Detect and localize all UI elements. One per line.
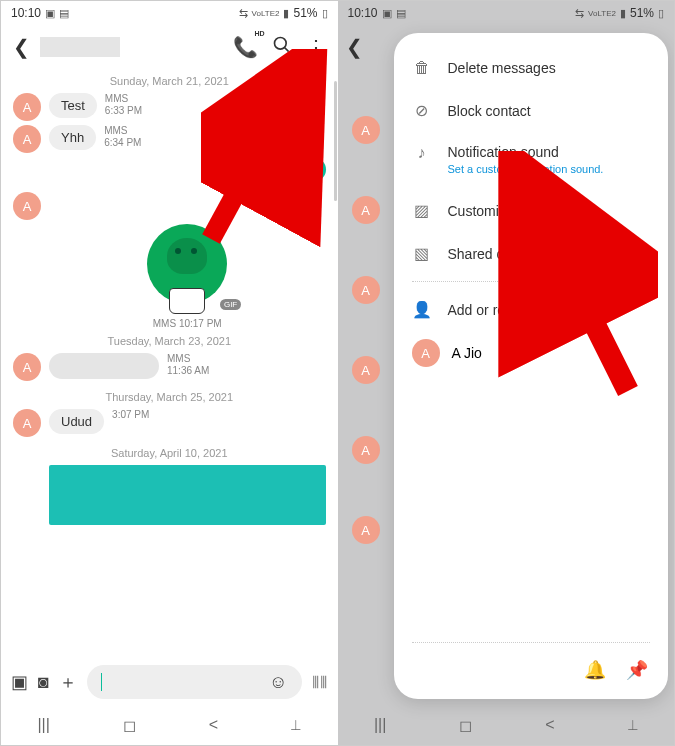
plus-icon[interactable]: ＋ bbox=[59, 670, 77, 694]
back-button[interactable]: < bbox=[209, 716, 218, 734]
avatar: A bbox=[352, 276, 380, 304]
android-navbar: ||| ◻ < ⟂ bbox=[1, 705, 338, 745]
sticker-icon[interactable]: ☺ bbox=[269, 672, 287, 693]
gallery-icon[interactable]: ▣ bbox=[11, 671, 28, 693]
divider bbox=[412, 642, 651, 643]
avatar[interactable]: A bbox=[13, 409, 41, 437]
gif-image[interactable]: GIF bbox=[147, 224, 227, 304]
avatar: A bbox=[352, 516, 380, 544]
date-divider: Tuesday, March 23, 2021 bbox=[13, 329, 326, 353]
avatar: A bbox=[352, 196, 380, 224]
music-note-icon: ♪ bbox=[412, 144, 432, 162]
status-icon: ▤ bbox=[59, 7, 69, 20]
status-time: 10:10 bbox=[348, 6, 378, 20]
menu-item-shared-content[interactable]: ▧ Shared content 1 bbox=[394, 232, 669, 275]
home-button[interactable]: ◻ bbox=[123, 716, 136, 735]
call-icon[interactable]: 📞HD bbox=[229, 31, 262, 63]
date-divider: Sunday, March 21, 2021 bbox=[13, 69, 326, 93]
avatar[interactable]: A bbox=[13, 353, 41, 381]
volte-label: VoLTE2 bbox=[252, 9, 280, 18]
gif-message[interactable]: GIF MMS 10:17 PM bbox=[49, 224, 326, 329]
volte-label: VoLTE2 bbox=[588, 9, 616, 18]
status-bar: 10:10 ▣ ▤ ⇆ VoLTE2 ▮ 51% ▯ bbox=[1, 1, 338, 25]
recents-button[interactable]: ||| bbox=[374, 716, 386, 734]
menu-item-notification-sound[interactable]: ♪ Notification sound Set a custom notifi… bbox=[394, 132, 669, 189]
avatar[interactable]: A bbox=[13, 125, 41, 153]
back-icon[interactable]: ❮ bbox=[346, 35, 363, 59]
pin-icon[interactable]: 📌 bbox=[626, 659, 648, 681]
avatar: A bbox=[352, 356, 380, 384]
avatar[interactable]: A bbox=[13, 192, 41, 220]
message-meta: MMS 10:17 PM bbox=[153, 318, 222, 329]
menu-item-block[interactable]: ⊘ Block contact bbox=[394, 89, 669, 132]
contact-row[interactable]: A A Jio bbox=[394, 331, 669, 375]
chat-body[interactable]: Sunday, March 21, 2021 A Test MMS 6:33 P… bbox=[1, 69, 338, 659]
battery-pct: 51% bbox=[293, 6, 317, 20]
avatar: A bbox=[352, 116, 380, 144]
message-bubble[interactable]: Udud bbox=[49, 409, 104, 434]
menu-sublabel: Set a custom notification sound. bbox=[448, 163, 604, 175]
bell-icon[interactable]: 🔔 bbox=[584, 659, 606, 681]
gif-badge: GIF bbox=[220, 299, 241, 310]
back-icon[interactable]: ❮ bbox=[9, 31, 34, 63]
avatar[interactable]: A bbox=[13, 93, 41, 121]
gallery-icon: ▧ bbox=[412, 244, 432, 263]
avatar[interactable]: A bbox=[412, 339, 440, 367]
battery-icon: ▯ bbox=[658, 7, 664, 20]
signal-icon: ▮ bbox=[620, 7, 626, 20]
battery-pct: 51% bbox=[630, 6, 654, 20]
message-row[interactable]: A Udud 3:07 PM bbox=[13, 409, 326, 437]
message-bubble[interactable]: Hey bbox=[278, 157, 325, 182]
back-button[interactable]: < bbox=[545, 716, 554, 734]
accessibility-button[interactable]: ⟂ bbox=[628, 716, 638, 734]
person-icon: 👤 bbox=[412, 300, 432, 319]
media-redacted[interactable] bbox=[49, 465, 326, 525]
message-row[interactable]: A bbox=[13, 192, 326, 220]
recents-button[interactable]: ||| bbox=[37, 716, 49, 734]
message-row[interactable]: A Yhh MMS 6:34 PM bbox=[13, 125, 326, 153]
contact-name: A Jio bbox=[452, 345, 482, 361]
contact-name-redacted[interactable] bbox=[40, 37, 120, 57]
status-icon: ▣ bbox=[382, 7, 392, 20]
signal-icon: ▮ bbox=[283, 7, 289, 20]
divider bbox=[412, 281, 651, 282]
phone-left-chat: 10:10 ▣ ▤ ⇆ VoLTE2 ▮ 51% ▯ ❮ 📞HD ⋮ Sunda… bbox=[1, 1, 338, 745]
message-row[interactable]: A Test MMS 6:33 PM bbox=[13, 93, 326, 121]
message-input[interactable]: ☺ bbox=[87, 665, 302, 699]
status-icon: ▤ bbox=[396, 7, 406, 20]
shared-count: 1 bbox=[643, 247, 650, 261]
svg-point-0 bbox=[274, 37, 286, 49]
chat-header: ❮ 📞HD ⋮ bbox=[1, 25, 338, 69]
menu-item-customize[interactable]: ▨ Customize c xxxxxx m bbox=[394, 189, 669, 232]
phone-right-menu: 10:10 ▣ ▤ ⇆ VoLTE2 ▮ 51% ▯ ❮ A A A A A A… bbox=[338, 1, 675, 745]
input-bar: ▣ ◙ ＋ ☺ ⦀⦀ bbox=[1, 659, 338, 705]
message-bubble[interactable]: Yhh bbox=[49, 125, 96, 150]
conversation-menu-panel: 🗑 Delete messages ⊘ Block contact ♪ Noti… bbox=[394, 33, 669, 699]
voice-icon[interactable]: ⦀⦀ bbox=[312, 672, 328, 693]
menu-item-delete[interactable]: 🗑 Delete messages bbox=[394, 47, 669, 89]
accessibility-button[interactable]: ⟂ bbox=[291, 716, 301, 734]
status-time: 10:10 bbox=[11, 6, 41, 20]
wifi-icon: ⇆ bbox=[239, 7, 248, 20]
menu-label: Notification sound bbox=[448, 144, 559, 160]
camera-icon[interactable]: ◙ bbox=[38, 672, 49, 693]
image-icon: ▨ bbox=[412, 201, 432, 220]
menu-item-add-remove[interactable]: 👤 Add or remove people bbox=[394, 288, 669, 331]
more-icon[interactable]: ⋮ bbox=[302, 31, 330, 63]
message-row[interactable]: A MMS 11:36 AM bbox=[13, 353, 326, 381]
message-redacted[interactable] bbox=[49, 353, 159, 379]
battery-icon: ▯ bbox=[322, 7, 328, 20]
scrollbar[interactable] bbox=[334, 81, 337, 201]
message-row-outgoing[interactable]: MMS 10:17 PM Hey bbox=[13, 157, 326, 182]
message-bubble[interactable]: Test bbox=[49, 93, 97, 118]
panel-footer: 🔔 📌 bbox=[394, 649, 669, 685]
android-navbar: ||| ◻ < ⟂ bbox=[338, 705, 675, 745]
date-divider: Thursday, March 25, 2021 bbox=[13, 385, 326, 409]
status-icon: ▣ bbox=[45, 7, 55, 20]
block-icon: ⊘ bbox=[412, 101, 432, 120]
search-icon[interactable] bbox=[268, 31, 296, 64]
date-divider: Saturday, April 10, 2021 bbox=[13, 441, 326, 465]
home-button[interactable]: ◻ bbox=[459, 716, 472, 735]
status-bar: 10:10 ▣ ▤ ⇆ VoLTE2 ▮ 51% ▯ bbox=[338, 1, 675, 25]
wifi-icon: ⇆ bbox=[575, 7, 584, 20]
